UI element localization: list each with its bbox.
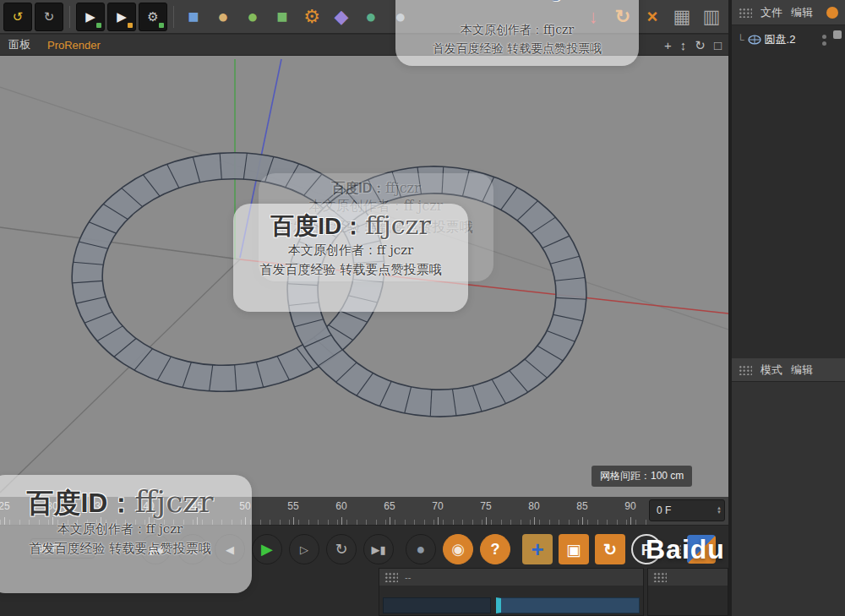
mode-menu[interactable]: 模式 — [760, 363, 782, 378]
current-frame-value: 0 F — [657, 504, 671, 516]
redo-icon[interactable]: ↻ — [35, 3, 63, 31]
tick-mark — [438, 517, 439, 525]
generator-icon[interactable]: ■ — [269, 3, 296, 30]
attribute-manager-header: 模式 编辑 — [732, 358, 845, 382]
help-button[interactable]: ? — [480, 534, 510, 564]
cube-primitive-icon[interactable]: ■ — [180, 3, 207, 30]
render-picture-icon[interactable]: ▶ — [107, 3, 136, 31]
coordinate-field[interactable] — [383, 597, 491, 613]
render-settings-icon[interactable]: ⚙ — [139, 3, 167, 31]
rotate-sync-button[interactable]: ↻ — [595, 534, 625, 564]
gear-tool-icon[interactable]: ⚙ — [298, 3, 325, 30]
pan-view-icon[interactable]: + — [664, 39, 672, 52]
menu-prorender[interactable]: ProRender — [47, 39, 101, 52]
current-frame-field[interactable]: 0 F ▲▼ — [649, 499, 725, 521]
play-button[interactable]: ▶ — [252, 534, 282, 564]
spinner-down-icon[interactable]: ▼ — [717, 510, 722, 515]
object-row[interactable]: └圆盘.2 — [732, 25, 845, 47]
pen-tool-icon[interactable]: ● — [210, 3, 237, 30]
viewport-menubar: 面板 ProRender +↕↻□ — [0, 35, 728, 56]
tick-label: 40 — [143, 500, 154, 512]
tick-label: 25 — [0, 500, 10, 512]
tick-label: 35 — [95, 500, 106, 512]
timeline-ruler[interactable]: 2530354045505560657075808590 — [0, 497, 647, 525]
viewport-canvas[interactable] — [0, 56, 728, 497]
tick-mark — [293, 517, 294, 525]
object-list: └圆盘.2 — [732, 25, 845, 47]
range-end-field[interactable]: 90 F — [30, 538, 95, 559]
coordinates-panel: -- — [379, 568, 644, 616]
x-axis-left — [0, 227, 240, 259]
object-manager-header: 文件 编辑 — [732, 0, 845, 25]
panel-handle-dots-icon[interactable] — [739, 8, 752, 18]
tick-mark — [341, 517, 342, 525]
panel-handle-dots-icon[interactable] — [653, 572, 667, 582]
workplane-tool-button[interactable]: ▣ — [559, 534, 589, 564]
prev-frame-button[interactable]: ◀ — [215, 534, 245, 564]
cinema4d-window: ↺↻▶▶⚙■●●■⚙◆●● ↓↻×▦▥ 面板 ProRender +↕↻□ 网格… — [0, 0, 845, 616]
frame-spinner[interactable]: ▲▼ — [717, 506, 722, 515]
mograph-icon[interactable]: ◆ — [328, 3, 355, 30]
tick-mark — [390, 517, 390, 525]
attribute-manager[interactable] — [732, 382, 845, 616]
undo-icon[interactable]: ↺ — [3, 3, 32, 31]
parametric-button[interactable]: P — [631, 534, 662, 564]
tick-label: 55 — [287, 500, 298, 512]
keyframe-sphere-button[interactable]: ● — [406, 534, 436, 564]
loop-mode-button[interactable]: ↻ — [326, 534, 357, 564]
move-tool-button[interactable]: + — [522, 534, 553, 564]
grid-spacing-label: 网格间距：100 cm — [592, 466, 692, 487]
right-sidebar: 文件 编辑 └圆盘.2 模式 编辑 — [732, 0, 845, 616]
panel-handle-dots-icon[interactable] — [668, 544, 681, 554]
simulate-icon[interactable]: ● — [387, 3, 414, 30]
tick-label: 85 — [576, 500, 587, 512]
panel-handle-dots-icon[interactable] — [384, 572, 398, 582]
tick-label: 75 — [480, 500, 491, 512]
tick-label: 50 — [239, 500, 250, 512]
tick-label: 30 — [46, 500, 57, 512]
render-view-icon[interactable]: ▶ — [76, 3, 105, 31]
tick-mark — [582, 517, 583, 525]
tick-label: 70 — [432, 500, 443, 512]
coordinates-panel-header: -- — [379, 569, 643, 586]
transport-bar: 90 F ▮◀◁◀▶▷↻▶▮●◉? +▣↻P — [0, 531, 728, 568]
play-reverse-button[interactable]: ◁ — [177, 534, 208, 564]
om-filter-icon[interactable] — [833, 30, 842, 39]
autokey-button[interactable]: ◉ — [443, 534, 473, 564]
menu-panel[interactable]: 面板 — [8, 37, 30, 52]
rotate-view-icon[interactable]: ↻ — [695, 39, 706, 52]
tick-mark — [52, 517, 53, 525]
download-icon[interactable]: ↓ — [580, 3, 607, 30]
tick-label: 45 — [191, 500, 202, 512]
material-panel-header — [648, 569, 728, 586]
spline-tool-icon[interactable]: ● — [239, 3, 266, 30]
goto-start-button[interactable]: ▮◀ — [140, 534, 171, 564]
zoom-view-icon[interactable]: ↕ — [680, 39, 687, 52]
file-menu[interactable]: 文件 — [760, 5, 782, 20]
next-frame-button[interactable]: ▷ — [289, 534, 319, 564]
object-label: 圆盘.2 — [765, 32, 796, 47]
layout-icon[interactable] — [826, 7, 838, 19]
visibility-dots-icon[interactable] — [822, 35, 826, 46]
grid-toggle-icon[interactable]: ▥ — [698, 3, 725, 30]
tree-branch-icon: └ — [737, 34, 744, 46]
edit-menu[interactable]: 编辑 — [791, 5, 813, 20]
sync-icon[interactable]: ↻ — [609, 3, 636, 30]
object-manager[interactable]: └圆盘.2 — [732, 25, 845, 358]
transport-buttons: ▮◀◁◀▶▷↻▶▮●◉? — [140, 534, 510, 564]
toolbar-separator — [173, 6, 174, 28]
disc-object-icon — [748, 34, 761, 46]
split-tool-button[interactable] — [687, 535, 716, 564]
close-tool-icon[interactable]: × — [639, 3, 666, 30]
snap-icon[interactable]: ▦ — [668, 3, 695, 30]
deformer-icon[interactable]: ● — [357, 3, 384, 30]
attr-edit-menu[interactable]: 编辑 — [791, 363, 813, 378]
tick-mark — [149, 517, 150, 525]
tick-mark — [101, 517, 101, 525]
maximize-view-icon[interactable]: □ — [714, 39, 722, 52]
goto-end-button[interactable]: ▶▮ — [363, 534, 394, 564]
panel-handle-dots-icon[interactable] — [739, 365, 752, 375]
tick-mark — [534, 517, 535, 525]
material-panel — [647, 568, 728, 616]
coordinate-field-highlighted[interactable] — [496, 597, 640, 613]
